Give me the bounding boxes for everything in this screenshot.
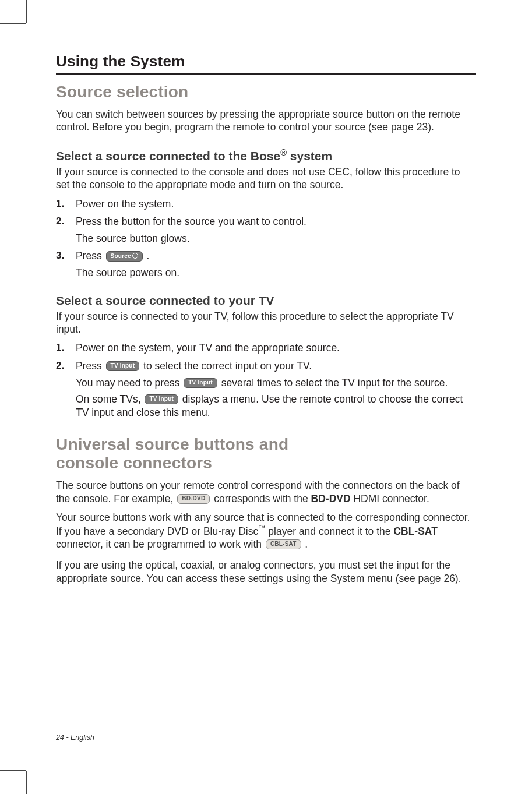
step-text: . bbox=[147, 250, 150, 262]
step-text: to select the correct input on your TV. bbox=[143, 360, 312, 372]
step-item: Press Source . The source powers on. bbox=[56, 249, 476, 279]
intro-paragraph: You can switch between sources by pressi… bbox=[56, 108, 476, 134]
body-paragraph: If you are using the optical, coaxial, o… bbox=[56, 559, 476, 585]
step-subtext: The source powers on. bbox=[76, 266, 476, 279]
step-text: Press bbox=[76, 250, 105, 262]
steps-list-bose: Power on the system. Press the button fo… bbox=[56, 197, 476, 280]
crop-mark bbox=[0, 770, 26, 771]
bold-text: CBL-SAT bbox=[393, 525, 438, 537]
body-text: HDMI connector. bbox=[353, 493, 429, 504]
heading-text: system bbox=[287, 149, 332, 163]
step-item: Press TV Input to select the correct inp… bbox=[56, 359, 476, 419]
title-line: console connectors bbox=[56, 454, 212, 472]
section-title: Using the System bbox=[56, 52, 476, 75]
step-subtext: You may need to press TV Input several t… bbox=[76, 376, 476, 389]
tv-input-button-icon: TV Input bbox=[145, 394, 178, 404]
crop-mark bbox=[26, 771, 27, 794]
sub-intro: If your source is connected to your TV, … bbox=[56, 310, 476, 336]
document-page: Using the System Source selection You ca… bbox=[0, 0, 532, 794]
step-item: Power on the system, your TV and the app… bbox=[56, 341, 476, 355]
button-label: Source bbox=[111, 253, 131, 259]
body-paragraph: The source buttons on your remote contro… bbox=[56, 479, 476, 505]
step-text: Press bbox=[76, 360, 105, 372]
tv-input-button-icon: TV Input bbox=[184, 378, 217, 388]
sub-intro: If your source is connected to the conso… bbox=[56, 165, 476, 192]
cbl-sat-button-icon: CBL-SAT bbox=[266, 539, 301, 549]
trademark-mark: ™ bbox=[258, 524, 265, 532]
crop-mark bbox=[26, 0, 27, 23]
crop-mark bbox=[0, 23, 26, 24]
bold-text: BD-DVD bbox=[311, 493, 351, 504]
body-text: player and connect it to the bbox=[265, 525, 393, 537]
topic-title-universal-buttons: Universal source buttons and console con… bbox=[56, 435, 476, 474]
sub-text: You may need to press bbox=[76, 377, 182, 389]
title-line: Universal source buttons and bbox=[56, 435, 288, 453]
bd-dvd-button-icon: BD-DVD bbox=[177, 494, 210, 504]
step-item: Press the button for the source you want… bbox=[56, 215, 476, 245]
steps-list-tv: Power on the system, your TV and the app… bbox=[56, 341, 476, 419]
sub-text: On some TVs, bbox=[76, 393, 143, 405]
sub-heading-tv-source: Select a source connected to your TV bbox=[56, 294, 476, 308]
source-power-button-icon: Source bbox=[106, 251, 143, 262]
power-icon bbox=[132, 253, 138, 259]
registered-mark: ® bbox=[280, 148, 287, 157]
step-item: Power on the system. bbox=[56, 197, 476, 211]
heading-text: Select a source connected to the Bose bbox=[56, 149, 280, 163]
body-text: corresponds with the bbox=[214, 493, 311, 504]
body-text: connector, it can be programmed to work … bbox=[56, 538, 265, 550]
step-text: Power on the system. bbox=[76, 198, 174, 210]
step-subtext: On some TVs, TV Input displays a menu. U… bbox=[76, 393, 476, 419]
step-text: Power on the system, your TV and the app… bbox=[76, 342, 340, 354]
page-footer: 24 - English bbox=[56, 733, 94, 742]
topic-title-source-selection: Source selection bbox=[56, 83, 476, 103]
sub-heading-bose-system: Select a source connected to the Bose® s… bbox=[56, 148, 476, 163]
sub-text: several times to select the TV input for… bbox=[221, 377, 448, 389]
body-text: . bbox=[302, 538, 308, 550]
tv-input-button-icon: TV Input bbox=[106, 361, 140, 371]
step-text: Press the button for the source you want… bbox=[76, 216, 306, 227]
step-subtext: The source button glows. bbox=[76, 232, 476, 245]
body-paragraph: Your source buttons work with any source… bbox=[56, 511, 476, 550]
